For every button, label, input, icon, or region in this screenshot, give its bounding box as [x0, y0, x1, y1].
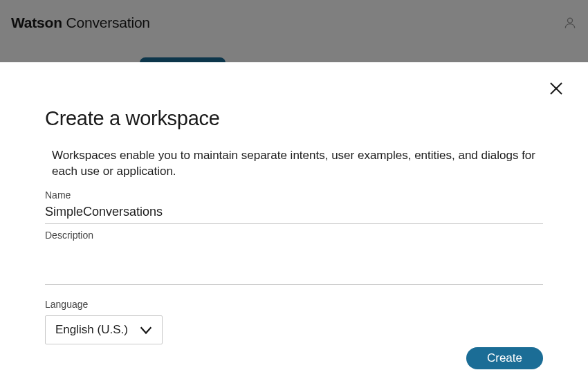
- name-input[interactable]: [45, 202, 543, 224]
- modal-footer: Create: [466, 347, 543, 369]
- close-icon: [549, 81, 564, 99]
- modal-content: Create a workspace Workspaces enable you…: [0, 62, 588, 344]
- name-label: Name: [45, 190, 543, 201]
- modal-description: Workspaces enable you to maintain separa…: [45, 148, 543, 180]
- description-label: Description: [45, 230, 543, 241]
- description-input[interactable]: [45, 242, 543, 285]
- name-field-group: Name: [45, 190, 543, 224]
- close-button[interactable]: [546, 80, 566, 100]
- modal-title: Create a workspace: [45, 107, 543, 130]
- chevron-down-icon: [138, 322, 154, 338]
- description-field-group: Description: [45, 230, 543, 288]
- language-label: Language: [45, 299, 543, 310]
- language-field-group: Language English (U.S.): [45, 299, 543, 344]
- create-workspace-modal: Create a workspace Workspaces enable you…: [0, 62, 588, 379]
- create-button[interactable]: Create: [466, 347, 543, 369]
- language-select[interactable]: English (U.S.): [45, 315, 163, 344]
